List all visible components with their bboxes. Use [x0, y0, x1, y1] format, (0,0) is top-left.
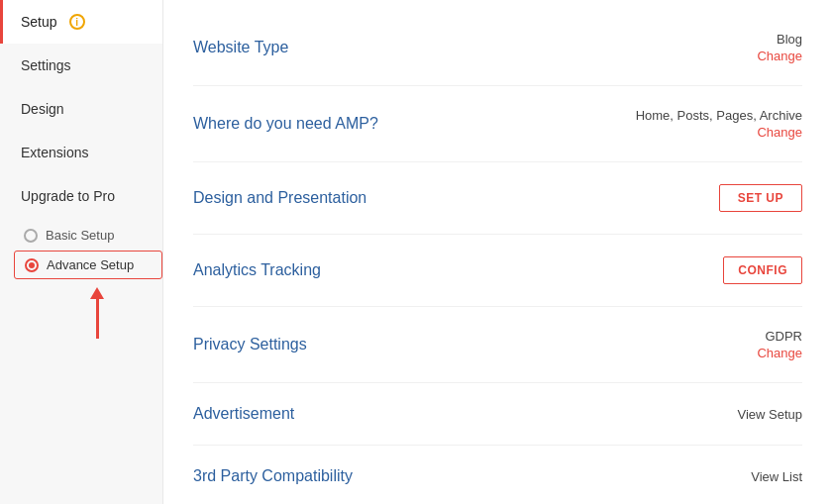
row-design-presentation: Design and Presentation SET UP: [193, 162, 802, 235]
sub-item-label: Basic Setup: [46, 228, 114, 243]
sidebar-item-label: Extensions: [21, 145, 88, 160]
radio-basic: [24, 229, 38, 243]
row-amp-pages: Where do you need AMP? Home, Posts, Page…: [193, 86, 802, 162]
row-value-amp: Home, Posts, Pages, Archive: [636, 108, 802, 123]
row-advertisement: Advertisement View Setup: [193, 383, 802, 446]
row-label-analytics: Analytics Tracking: [193, 261, 321, 279]
sidebar: Setup i Settings Design Extensions Upgra…: [0, 0, 163, 504]
row-right-website-type: Blog Change: [757, 32, 802, 63]
row-label-advertisement: Advertisement: [193, 405, 294, 423]
sidebar-item-settings[interactable]: Settings: [0, 44, 162, 87]
row-right-design: SET UP: [719, 184, 802, 212]
info-icon: i: [69, 14, 85, 30]
row-label-privacy: Privacy Settings: [193, 336, 307, 353]
row-privacy: Privacy Settings GDPR Change: [193, 307, 802, 383]
arrow-shaft: [96, 299, 99, 339]
row-label-design: Design and Presentation: [193, 189, 366, 207]
setup-button[interactable]: SET UP: [719, 184, 802, 212]
row-right-privacy: GDPR Change: [757, 329, 802, 360]
sidebar-item-design[interactable]: Design: [0, 87, 162, 131]
row-website-type: Website Type Blog Change: [193, 10, 802, 86]
radio-advance: [25, 258, 39, 272]
main-content: Website Type Blog Change Where do you ne…: [163, 0, 832, 504]
row-value-blog: Blog: [777, 32, 802, 47]
row-value-gdpr: GDPR: [765, 329, 802, 344]
sidebar-item-extensions[interactable]: Extensions: [0, 131, 162, 174]
sub-item-advance-setup[interactable]: Advance Setup: [14, 251, 162, 279]
row-link-view-list[interactable]: View List: [751, 469, 802, 484]
row-link-view-setup[interactable]: View Setup: [737, 407, 802, 422]
sub-item-label: Advance Setup: [47, 257, 134, 272]
config-button[interactable]: CONFIG: [723, 256, 802, 284]
row-label-website-type: Website Type: [193, 39, 288, 56]
sub-items: Basic Setup Advance Setup: [0, 222, 162, 279]
sidebar-item-upgrade[interactable]: Upgrade to Pro: [0, 174, 162, 218]
arrow-head: [90, 287, 104, 299]
row-analytics: Analytics Tracking CONFIG: [193, 235, 802, 307]
row-right-advertisement: View Setup: [737, 407, 802, 422]
sidebar-item-label: Upgrade to Pro: [21, 188, 115, 204]
arrow-up: [90, 287, 104, 339]
sidebar-item-setup[interactable]: Setup i: [0, 0, 162, 44]
row-3rd-party: 3rd Party Compatibility View List: [193, 446, 802, 504]
row-link-change-1[interactable]: Change: [757, 125, 802, 140]
row-label-3rd-party: 3rd Party Compatibility: [193, 467, 353, 485]
row-right-analytics: CONFIG: [723, 256, 802, 284]
sidebar-item-label: Design: [21, 101, 64, 117]
row-right-3rd-party: View List: [751, 469, 802, 484]
row-link-change-privacy[interactable]: Change: [757, 346, 802, 360]
sidebar-item-label: Settings: [21, 57, 71, 73]
sub-item-basic-setup[interactable]: Basic Setup: [14, 222, 162, 249]
arrow-annotation: [0, 279, 162, 339]
row-right-amp: Home, Posts, Pages, Archive Change: [636, 108, 802, 140]
row-label-amp: Where do you need AMP?: [193, 115, 378, 133]
row-link-change-0[interactable]: Change: [757, 49, 802, 63]
sidebar-item-label: Setup: [21, 14, 57, 30]
